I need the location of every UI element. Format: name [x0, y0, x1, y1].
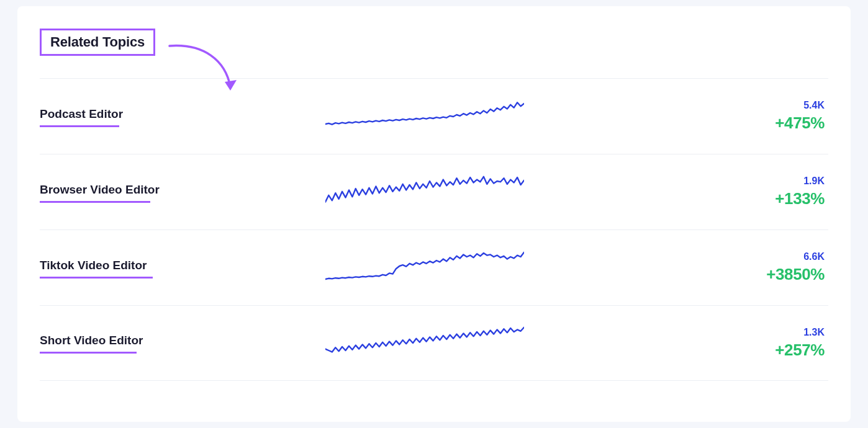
section-title-highlight: Related Topics [40, 29, 155, 56]
topic-growth: +3850% [530, 265, 825, 284]
topic-label: Podcast Editor [40, 107, 325, 126]
topic-stats: 1.3K +257% [530, 327, 828, 360]
sparkline-chart [325, 249, 530, 287]
topic-count: 5.4K [530, 100, 825, 111]
topic-count: 6.6K [530, 251, 825, 262]
related-topics-card: Related Topics Podcast Editor 5.4K +475%… [17, 6, 851, 422]
section-title: Related Topics [50, 34, 145, 50]
sparkline-chart [325, 324, 530, 362]
topic-row[interactable]: Tiktok Video Editor 6.6K +3850% [40, 230, 828, 305]
topic-growth: +475% [530, 114, 825, 133]
topic-row[interactable]: Podcast Editor 5.4K +475% [40, 78, 828, 154]
sparkline-chart [325, 174, 530, 211]
topic-stats: 6.6K +3850% [530, 251, 828, 284]
topic-stats: 1.9K +133% [530, 176, 828, 208]
topic-growth: +257% [530, 341, 825, 360]
topic-label: Browser Video Editor [40, 183, 325, 202]
topic-label: Tiktok Video Editor [40, 259, 325, 277]
topic-row[interactable]: Short Video Editor 1.3K +257% [40, 305, 828, 381]
topic-count: 1.9K [530, 176, 825, 187]
sparkline-chart [325, 98, 530, 135]
topic-row[interactable]: Browser Video Editor 1.9K +133% [40, 154, 828, 230]
topic-growth: +133% [530, 189, 825, 208]
topic-count: 1.3K [530, 327, 825, 338]
topic-label: Short Video Editor [40, 334, 325, 352]
topic-list: Podcast Editor 5.4K +475% Browser Video … [40, 78, 828, 381]
topic-stats: 5.4K +475% [530, 100, 828, 133]
